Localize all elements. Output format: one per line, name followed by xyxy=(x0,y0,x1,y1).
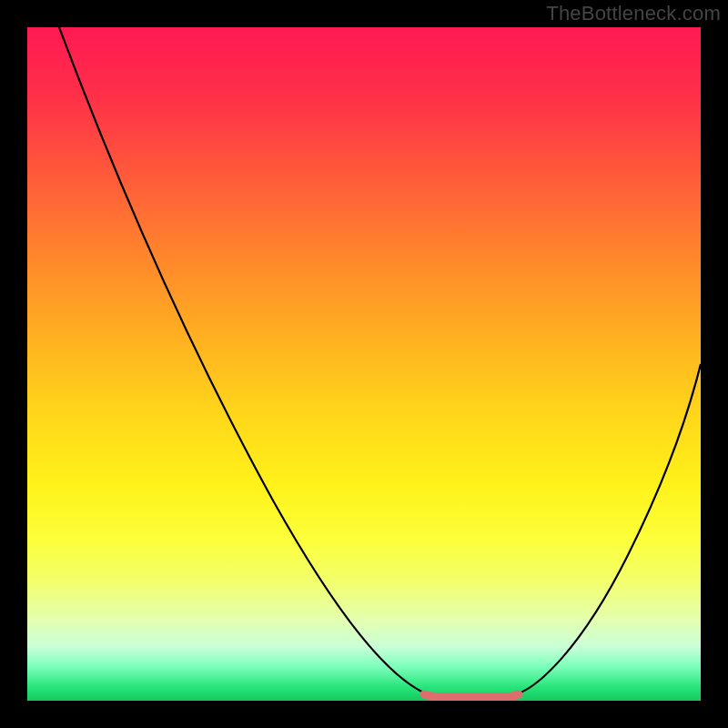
watermark-text: TheBottleneck.com xyxy=(546,2,721,25)
highlight-segment xyxy=(424,694,519,697)
bottleneck-curve xyxy=(59,27,701,696)
chart-frame: TheBottleneck.com xyxy=(0,0,728,728)
curve-svg xyxy=(27,27,701,701)
